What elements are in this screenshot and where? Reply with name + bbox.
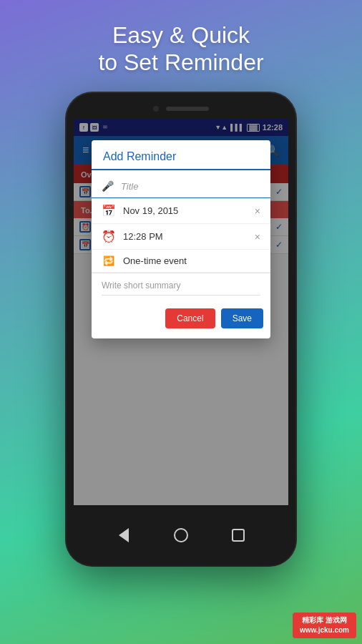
summary-row[interactable]: Write short summary <box>92 273 270 303</box>
save-button[interactable]: Save <box>221 308 263 328</box>
repeat-row[interactable]: 🔁 One-time event <box>92 250 270 273</box>
title-input[interactable]: Title <box>121 181 260 192</box>
time-clear-btn[interactable]: × <box>255 231 260 243</box>
recents-icon <box>232 529 245 542</box>
dialog-body: 🎤 Title 📅 Nov 19, 2015 × ⏰ 12:28 PM × <box>92 170 270 338</box>
date-clear-btn[interactable]: × <box>255 205 260 217</box>
phone-speaker <box>166 107 209 111</box>
header-line2-to: to <box>98 49 117 75</box>
home-icon <box>174 528 188 542</box>
repeat-icon: 🔁 <box>102 255 116 266</box>
back-icon <box>119 528 129 542</box>
recents-button[interactable] <box>228 525 248 545</box>
back-button[interactable] <box>114 525 134 545</box>
add-reminder-dialog: Add Reminder 🎤 Title 📅 Nov 19, 2015 × <box>92 140 270 338</box>
phone-camera <box>153 106 159 112</box>
phone-screen: f 🖼 ✉ ▼▲ ▌▌▌ ▓▓ 12:28 ≡ + Add Reminder ⏱… <box>74 119 288 505</box>
watermark: 精彩库 游戏网 www.jcku.com <box>293 613 356 638</box>
dialog-title: Add Reminder <box>92 140 270 170</box>
phone-top-bar <box>81 99 281 119</box>
dialog-actions: Cancel Save <box>92 303 270 334</box>
date-icon: 📅 <box>102 204 116 218</box>
date-row[interactable]: 📅 Nov 19, 2015 × <box>92 198 270 224</box>
date-value: Nov 19, 2015 <box>123 205 248 216</box>
time-row[interactable]: ⏰ 12:28 PM × <box>92 224 270 250</box>
time-icon: ⏰ <box>102 230 116 243</box>
home-button[interactable] <box>171 525 191 545</box>
repeat-value: One-time event <box>123 255 260 266</box>
header-line2-bold: Set Reminder <box>124 49 264 75</box>
dialog-overlay: Add Reminder 🎤 Title 📅 Nov 19, 2015 × <box>74 119 288 505</box>
phone-device: f 🖼 ✉ ▼▲ ▌▌▌ ▓▓ 12:28 ≡ + Add Reminder ⏱… <box>67 93 295 565</box>
header-line1: Easy & Quick <box>112 22 250 48</box>
title-input-row[interactable]: 🎤 Title <box>92 175 270 198</box>
page-header: Easy & Quick to Set Reminder <box>0 21 362 77</box>
time-value: 12:28 PM <box>123 231 248 242</box>
mic-icon: 🎤 <box>102 180 114 192</box>
watermark-line1: 精彩库 游戏网 <box>300 615 349 625</box>
summary-input[interactable]: Write short summary <box>102 280 260 296</box>
watermark-line2: www.jcku.com <box>300 625 349 635</box>
phone-bottom-nav <box>67 505 295 565</box>
cancel-button[interactable]: Cancel <box>165 308 215 328</box>
